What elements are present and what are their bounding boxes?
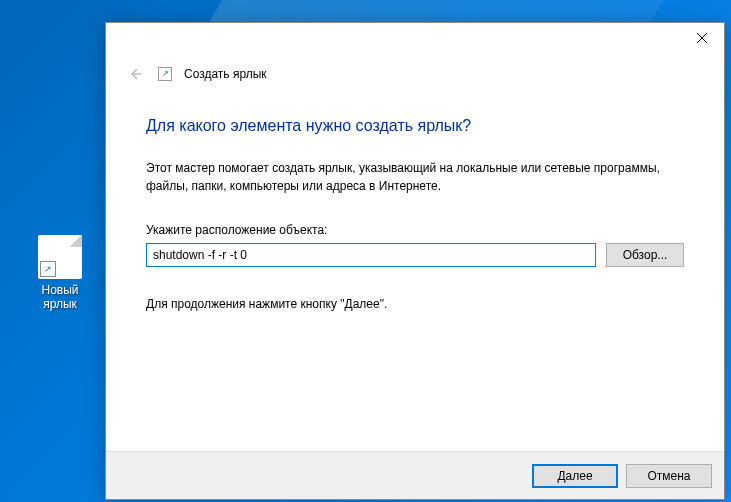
back-arrow-icon [127,66,143,82]
location-row: Обзор... [146,243,684,267]
location-label: Укажите расположение объекта: [146,223,684,237]
dialog-description: Этот мастер помогает создать ярлык, указ… [146,159,684,195]
dialog-breadcrumb: Создать ярлык [184,67,267,81]
dialog-titlebar [106,23,724,53]
close-icon [696,32,708,44]
dialog-heading: Для какого элемента нужно создать ярлык? [146,117,684,135]
desktop-shortcut-label: Новыйярлык [30,283,90,312]
browse-button[interactable]: Обзор... [606,243,684,267]
shortcut-file-icon [38,235,82,279]
location-input[interactable] [146,243,596,267]
back-button[interactable] [124,63,146,85]
dialog-header: ↗ Создать ярлык [106,53,724,89]
cancel-button[interactable]: Отмена [626,464,712,488]
dialog-content: Для какого элемента нужно создать ярлык?… [106,89,724,451]
close-button[interactable] [679,23,724,53]
dialog-footer: Далее Отмена [106,451,724,499]
next-button[interactable]: Далее [532,464,618,488]
create-shortcut-dialog: ↗ Создать ярлык Для какого элемента нужн… [105,22,725,500]
desktop-shortcut-new[interactable]: Новыйярлык [30,235,90,312]
shortcut-mini-icon: ↗ [158,67,172,81]
continue-instruction: Для продолжения нажмите кнопку "Далее". [146,297,684,311]
